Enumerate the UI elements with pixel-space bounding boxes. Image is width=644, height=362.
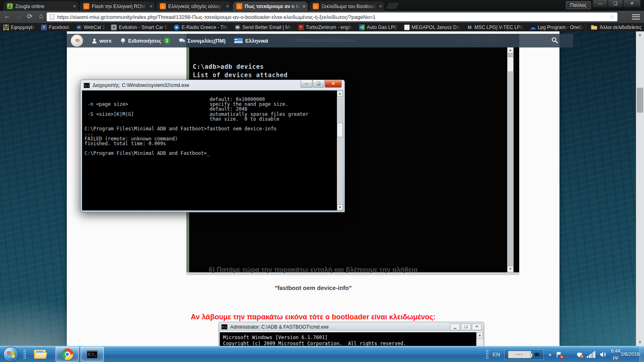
scroll-up-icon[interactable]: ▲ — [636, 31, 644, 38]
play-icon: ▶ — [174, 25, 180, 30]
browser-scrollbar[interactable]: ▲ ▼ — [636, 31, 644, 346]
window-restore-button[interactable]: ❑ — [608, 0, 623, 8]
scroll-up-icon: ▲ — [477, 332, 483, 339]
terminal-line: List of devices attached — [193, 72, 288, 79]
bookmark-megapol[interactable]: MEGAPOL Janusz Dry — [404, 25, 461, 30]
url-text[interactable]: https://xiaomi-miui.gr/community/index.p… — [57, 14, 609, 20]
action-center-flag-icon[interactable]: ✕ — [556, 352, 562, 358]
minimize-button[interactable]: — — [301, 80, 312, 88]
close-button[interactable]: ✕ — [325, 80, 342, 88]
scroll-up-icon: ▲ — [507, 47, 514, 53]
user-menu[interactable]: worx — [92, 38, 111, 44]
network-signal-icon[interactable] — [587, 351, 595, 358]
profile-button[interactable]: Παύλος — [566, 1, 591, 9]
system-tray: EN --- ▲ ✕ ✕ — [486, 346, 640, 362]
clock[interactable]: 6:44 μμ 2/6/2016 — [611, 348, 640, 360]
show-hidden-icons[interactable]: ▲ — [548, 352, 552, 356]
bookmark-evilution[interactable]: E Evilution - Smart Car E — [111, 25, 168, 30]
scrollbar-thumb[interactable] — [337, 123, 343, 137]
bookmark-webcat[interactable]: ZF WebCat 3 — [76, 25, 105, 30]
forum-favicon: ⌂ — [236, 3, 242, 9]
tab-bootloader-check-active[interactable]: ⌂ Πως τσεκάρουμε αν ο bo × — [233, 2, 308, 11]
home-icon[interactable]: ⌂ — [36, 12, 46, 20]
show-desktop-button[interactable] — [640, 346, 644, 362]
tab-title: Πως τσεκάρουμε αν ο bo — [245, 4, 301, 9]
close-tab-icon[interactable]: × — [379, 4, 382, 9]
address-bar[interactable]: https://xiaomi-miui.gr/community/index.p… — [47, 12, 617, 21]
language-menu[interactable]: Ελληνικά — [234, 38, 268, 44]
get-windows10-icon[interactable] — [566, 352, 572, 358]
bookmark-eradio[interactable]: ▶ E-Radio Greece - The — [174, 25, 229, 30]
tab-title: Zougla online — [15, 4, 71, 9]
cmd-output: default: 0x10000000 -n <page size> speci… — [85, 97, 334, 156]
tab-title: Ελληνικός οδηγός αλλαγ — [168, 4, 224, 9]
screenshot2-scrollbar: ▲ — [476, 332, 483, 346]
cmd-icon: C:\ — [221, 324, 227, 329]
back-icon[interactable]: ← — [2, 12, 12, 20]
cmd-icon: C:\_ — [87, 350, 97, 358]
forum-favicon: ⌂ — [313, 3, 319, 9]
taskbar-cmd-button[interactable]: C:\_ — [80, 347, 104, 362]
turbozentrum-icon: T — [298, 25, 304, 30]
cloud-icon: ☁ — [530, 25, 536, 30]
evilution-icon: E — [111, 25, 117, 30]
search-icon[interactable] — [551, 37, 558, 45]
minimize-icon: ▁ — [450, 323, 460, 330]
bookmark-apps[interactable]: Εφαρμογές — [3, 25, 35, 30]
maximize-button[interactable]: ❑ — [313, 80, 324, 88]
tab-unlock-bootloader[interactable]: ⌂ Ξεκλείδωμα του Bootload × — [309, 2, 384, 11]
bookmark-msc-lpg[interactable]: M MSC LPG| V-TEC LPG — [467, 25, 524, 30]
forum-favicon: ⌂ — [160, 3, 166, 9]
close-tab-icon[interactable]: × — [226, 4, 229, 9]
window-close-button[interactable]: ✕ — [623, 0, 641, 8]
webcat-icon: ZF — [76, 25, 82, 30]
cmd-terminal[interactable]: default: 0x10000000 -n <page size> speci… — [82, 90, 343, 210]
bookmark-email[interactable]: ✉ Send Better Email | Ma — [235, 25, 292, 30]
taskbar-explorer-button[interactable] — [30, 347, 51, 362]
forward-icon[interactable]: → — [14, 12, 23, 20]
battery-widget[interactable]: --- — [504, 349, 544, 360]
scrollbar-thumb — [507, 57, 514, 72]
start-button[interactable] — [3, 347, 19, 362]
tab-zougla[interactable]: Z Zougla online × — [3, 2, 78, 11]
terminal-line: Copyright (c) 2009 Microsoft Corporation… — [223, 341, 406, 346]
bookmark-facebook[interactable]: f Facebook — [41, 25, 70, 30]
scroll-down-icon[interactable]: ▼ — [337, 204, 343, 210]
screenshot2-terminal: Microsoft Windows [Version 6.1.7601] Cop… — [220, 331, 483, 346]
notification-badge: 1 — [164, 37, 170, 44]
desktop: Z Zougla online × ⌂ Flash την Ελληνική R… — [0, 0, 644, 362]
tray-grip — [486, 350, 489, 360]
bookmark-onedrive[interactable]: ☁ Lpg Program - OneDr — [530, 25, 584, 30]
close-tab-icon[interactable]: × — [302, 4, 305, 9]
notifications-menu[interactable]: Ειδοποιήσεις 1 — [120, 37, 170, 44]
avatar[interactable] — [71, 35, 83, 47]
windows-logo-icon — [7, 351, 16, 359]
post-command-text: "fastboot oem device-info" — [67, 284, 559, 291]
bell-icon — [120, 38, 126, 43]
messages-menu[interactable]: Συνομιλίες(ΠΜ) — [179, 38, 226, 44]
chrome-menu-icon[interactable] — [632, 14, 640, 20]
bookmark-autogas[interactable]: GF Auto Gas LPG — [359, 25, 398, 30]
refresh-icon[interactable]: ⟳ — [25, 12, 35, 20]
other-bookmarks-folder[interactable]: Άλλοι σελιδοδείκτες — [586, 23, 642, 31]
window-minimize-button[interactable]: — — [592, 0, 608, 8]
tab-flash-rom[interactable]: ⌂ Flash την Ελληνική ROM × — [80, 2, 155, 11]
msc-icon: M — [467, 25, 473, 30]
bookmark-star-icon[interactable]: ☆ — [609, 14, 614, 20]
scrollbar-thumb[interactable] — [637, 88, 643, 113]
browser-toolbar: ← → ⟳ ⌂ https://xiaomi-miui.gr/community… — [0, 11, 644, 23]
scroll-up-icon[interactable]: ▲ — [337, 90, 343, 97]
close-tab-icon[interactable]: × — [149, 4, 153, 9]
new-tab-button[interactable] — [386, 3, 399, 9]
tab-guide[interactable]: ⌂ Ελληνικός οδηγός αλλαγ × — [156, 2, 231, 11]
volume-icon[interactable] — [600, 352, 606, 358]
hardware-eject-icon[interactable]: ✕ — [577, 352, 582, 357]
cmd-window[interactable]: C:\ Διαχειριστής: C:\Windows\system32\cm… — [80, 80, 345, 212]
terminal-line: Microsoft Windows [Version 6.1.7601] — [223, 335, 328, 340]
bookmark-turbozentrum[interactable]: T TurboZentrum - englis — [298, 25, 353, 30]
language-indicator[interactable]: EN — [493, 352, 500, 358]
scroll-down-icon[interactable]: ▼ — [636, 339, 644, 346]
close-tab-icon[interactable]: × — [73, 4, 76, 9]
taskbar-chrome-button[interactable] — [56, 347, 79, 362]
cmd-scrollbar[interactable]: ▲ ▼ — [337, 90, 343, 210]
